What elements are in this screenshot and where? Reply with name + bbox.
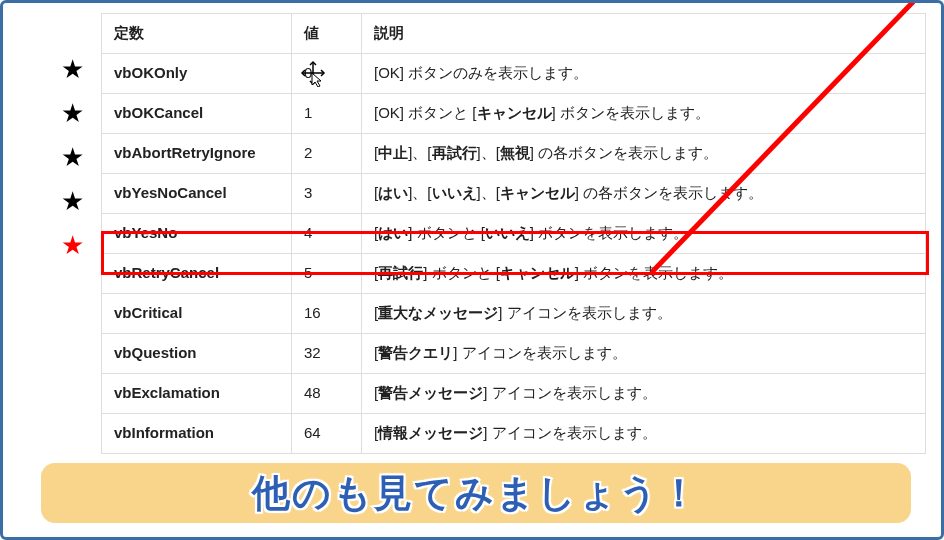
star-icon: ★ [61, 144, 84, 188]
const-cell: vbYesNoCancel [102, 174, 292, 214]
table-row: vbQuestion32[警告クエリ] アイコンを表示します。 [102, 334, 926, 374]
value-cell: 0 [292, 54, 362, 94]
desc-cell: [重大なメッセージ] アイコンを表示します。 [362, 294, 926, 334]
table-row: vbRetryCancel5[再試行] ボタンと [キャンセル] ボタンを表示し… [102, 254, 926, 294]
value-cell: 48 [292, 374, 362, 414]
star-icon [61, 364, 84, 408]
value-cell: 3 [292, 174, 362, 214]
bottom-banner: 他のも見てみましょう！ [41, 463, 911, 523]
const-cell: vbAbortRetryIgnore [102, 134, 292, 174]
value-cell: 2 [292, 134, 362, 174]
star-icon: ★ [61, 232, 84, 276]
desc-cell: [情報メッセージ] アイコンを表示します。 [362, 414, 926, 454]
const-cell: vbCritical [102, 294, 292, 334]
const-cell: vbYesNo [102, 214, 292, 254]
star-icon: ★ [61, 188, 84, 232]
star-icon [61, 276, 84, 320]
value-cell: 4 [292, 214, 362, 254]
desc-cell: [OK] ボタンと [キャンセル] ボタンを表示します。 [362, 94, 926, 134]
table-row: vbExclamation48[警告メッセージ] アイコンを表示します。 [102, 374, 926, 414]
value-cell: 32 [292, 334, 362, 374]
table-row: vbOKOnly0[OK] ボタンのみを表示します。 [102, 54, 926, 94]
table-row: vbOKCancel1[OK] ボタンと [キャンセル] ボタンを表示します。 [102, 94, 926, 134]
value-cell: 16 [292, 294, 362, 334]
desc-cell: [OK] ボタンのみを表示します。 [362, 54, 926, 94]
header-val: 値 [292, 14, 362, 54]
desc-cell: [はい]、[いいえ]、[キャンセル] の各ボタンを表示します。 [362, 174, 926, 214]
constants-table: 定数 値 説明 vbOKOnly0[OK] ボタンのみを表示します。vbOKCa… [101, 13, 926, 454]
table-row: vbYesNoCancel3[はい]、[いいえ]、[キャンセル] の各ボタンを表… [102, 174, 926, 214]
value-cell: 64 [292, 414, 362, 454]
content-area: 定数 値 説明 vbOKOnly0[OK] ボタンのみを表示します。vbOKCa… [101, 13, 926, 454]
banner-text: 他のも見てみましょう！ [252, 468, 700, 519]
table-row: vbAbortRetryIgnore2[中止]、[再試行]、[無視] の各ボタン… [102, 134, 926, 174]
const-cell: vbRetryCancel [102, 254, 292, 294]
star-icon: ★ [61, 100, 84, 144]
value-cell: 5 [292, 254, 362, 294]
const-cell: vbOKCancel [102, 94, 292, 134]
const-cell: vbInformation [102, 414, 292, 454]
star-icon [61, 408, 84, 452]
desc-cell: [警告クエリ] アイコンを表示します。 [362, 334, 926, 374]
star-column: ★★★★★ [61, 56, 84, 496]
table-body: vbOKOnly0[OK] ボタンのみを表示します。vbOKCancel1[OK… [102, 54, 926, 454]
desc-cell: [警告メッセージ] アイコンを表示します。 [362, 374, 926, 414]
star-icon: ★ [61, 56, 84, 100]
table-header-row: 定数 値 説明 [102, 14, 926, 54]
table-row: vbYesNo4[はい] ボタンと [いいえ] ボタンを表示します。 [102, 214, 926, 254]
const-cell: vbExclamation [102, 374, 292, 414]
const-cell: vbOKOnly [102, 54, 292, 94]
desc-cell: [中止]、[再試行]、[無視] の各ボタンを表示します。 [362, 134, 926, 174]
const-cell: vbQuestion [102, 334, 292, 374]
table-row: vbCritical16[重大なメッセージ] アイコンを表示します。 [102, 294, 926, 334]
table-row: vbInformation64[情報メッセージ] アイコンを表示します。 [102, 414, 926, 454]
star-icon [61, 320, 84, 364]
desc-cell: [再試行] ボタンと [キャンセル] ボタンを表示します。 [362, 254, 926, 294]
header-const: 定数 [102, 14, 292, 54]
value-cell: 1 [292, 94, 362, 134]
header-desc: 説明 [362, 14, 926, 54]
desc-cell: [はい] ボタンと [いいえ] ボタンを表示します。 [362, 214, 926, 254]
